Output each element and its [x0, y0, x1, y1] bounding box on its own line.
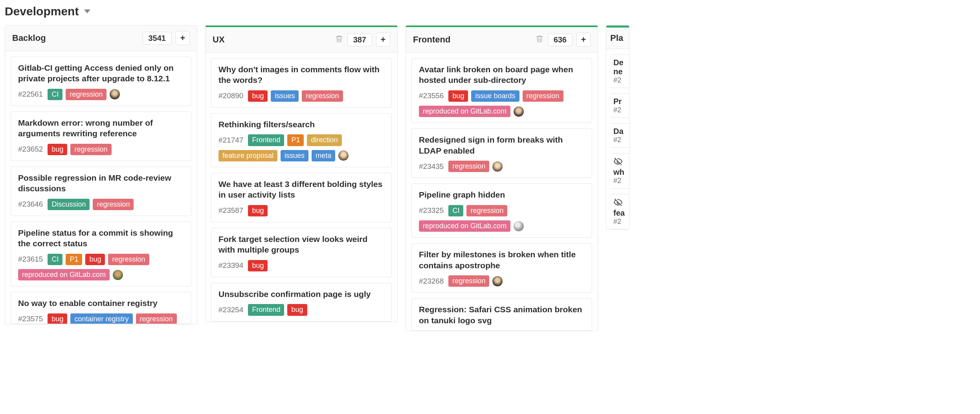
add-card-button[interactable]: + [176, 31, 190, 45]
issue-title: ne [613, 67, 629, 76]
issue-title: Redesigned sign in form breaks with LDAP… [419, 134, 585, 156]
issue-label[interactable]: bug [48, 313, 67, 324]
issue-card[interactable]: Why don't images in comments flow with t… [211, 58, 392, 108]
issue-card[interactable]: fea#2 [610, 194, 629, 229]
add-card-button[interactable]: + [576, 33, 591, 47]
issue-meta: #23587bug [218, 205, 384, 216]
issue-id: #23615 [18, 255, 43, 264]
issue-card[interactable]: Filter by milestones is broken when titl… [411, 243, 592, 293]
issue-label[interactable]: issue boards [471, 90, 519, 102]
issue-label[interactable]: regression [466, 205, 507, 216]
assignee-avatar[interactable] [492, 276, 503, 286]
issue-meta: #23394bug [218, 260, 384, 271]
issue-label[interactable]: bug [287, 304, 307, 315]
issue-label[interactable]: regression [448, 275, 489, 287]
issue-label[interactable]: bug [85, 254, 105, 265]
issue-label[interactable]: regression [523, 90, 563, 102]
board-title[interactable]: Development [5, 5, 79, 18]
issue-label[interactable]: regression [70, 144, 111, 155]
assignee-avatar[interactable] [492, 161, 503, 172]
issue-label[interactable]: bug [248, 90, 268, 102]
issue-id: #21747 [218, 136, 243, 145]
issue-label[interactable]: CI [48, 254, 62, 265]
issue-label[interactable]: regression [136, 313, 177, 324]
column-count: 636 [548, 33, 573, 46]
issue-title: Fork target selection view looks weird w… [218, 234, 384, 255]
issue-meta: #23615CIP1bugregressionreproduced on Git… [18, 254, 184, 281]
issue-card[interactable]: Rethinking filters/search#21747FrontendP… [211, 113, 392, 167]
assignee-avatar[interactable] [338, 150, 349, 161]
issue-card[interactable]: Pr#2 [610, 93, 629, 118]
column-title: UX [213, 35, 331, 45]
issue-label[interactable]: bug [48, 144, 67, 155]
issue-id: #23325 [419, 206, 444, 215]
issue-id: #23268 [419, 277, 444, 286]
board-column: Frontend636+Avatar link broken on board … [406, 25, 598, 331]
issue-label[interactable]: regression [66, 89, 106, 100]
issue-label[interactable]: CI [48, 89, 62, 100]
issue-label[interactable]: bug [248, 260, 268, 271]
issue-id: #23556 [419, 92, 444, 100]
issue-card[interactable]: Markdown error: wrong number of argument… [11, 112, 191, 161]
issue-title: Regression: Safari CSS animation broken … [419, 304, 585, 326]
issue-meta: #23268regression [419, 275, 585, 287]
issue-label[interactable]: P1 [287, 134, 304, 146]
issue-title: Unsubscribe confirmation page is ugly [218, 289, 384, 299]
issue-card[interactable]: Dene#2 [610, 55, 629, 88]
issue-id: #22561 [18, 90, 43, 99]
issue-title: Avatar link broken on board page when ho… [419, 64, 585, 86]
delete-column-icon[interactable] [335, 35, 343, 45]
issue-card[interactable]: Fork target selection view looks weird w… [211, 228, 392, 277]
issue-label[interactable]: regression [448, 161, 489, 172]
issue-label[interactable]: issues [281, 150, 308, 161]
issue-card[interactable]: wh#2 [610, 153, 629, 189]
issue-card[interactable]: We have at least 3 different bolding sty… [211, 173, 392, 222]
issue-label[interactable]: bug [448, 90, 468, 102]
delete-column-icon[interactable] [535, 35, 544, 45]
issue-card[interactable]: Redesigned sign in form breaks with LDAP… [411, 128, 592, 178]
assignee-avatar[interactable] [110, 89, 120, 99]
board-dropdown-caret-icon[interactable] [84, 9, 90, 13]
issue-id: #2 [613, 218, 629, 226]
issue-card[interactable]: Pipeline status for a commit is showing … [11, 222, 191, 286]
issue-id: #2 [613, 136, 629, 144]
issue-label[interactable]: reproduced on GitLab.com [419, 220, 510, 232]
issue-meta: #22561CIregression [18, 89, 184, 100]
issue-label[interactable]: regression [108, 254, 149, 265]
issue-label[interactable]: Frontend [248, 134, 284, 146]
issue-card[interactable]: No way to enable container registry#2357… [11, 292, 191, 324]
assignee-avatar[interactable] [514, 106, 524, 117]
issue-card[interactable]: Pipeline graph hidden#23325CIregressionr… [411, 183, 592, 238]
issue-label[interactable]: Discussion [48, 199, 90, 210]
issue-title: Markdown error: wrong number of argument… [18, 117, 184, 139]
issue-label[interactable]: bug [248, 205, 268, 216]
issue-title: Filter by milestones is broken when titl… [419, 249, 585, 271]
assignee-avatar[interactable] [514, 221, 524, 231]
issue-label[interactable]: reproduced on GitLab.com [18, 269, 110, 280]
issue-label[interactable]: regression [302, 90, 343, 102]
add-card-button[interactable]: + [376, 33, 390, 47]
issue-card[interactable]: Avatar link broken on board page when ho… [411, 58, 592, 123]
issue-label[interactable]: Frontend [248, 304, 284, 315]
issue-title: De [613, 58, 629, 67]
issue-label[interactable]: reproduced on GitLab.com [419, 106, 510, 117]
issue-label[interactable]: P1 [66, 254, 82, 265]
issue-label[interactable]: regression [93, 199, 134, 210]
assignee-avatar[interactable] [113, 270, 123, 280]
issue-card[interactable]: Unsubscribe confirmation page is ugly#23… [211, 283, 392, 322]
issue-title: wh [613, 168, 629, 177]
issue-card[interactable]: Da#2 [610, 123, 629, 148]
issue-label[interactable]: meta [312, 150, 335, 161]
issue-title: fea [613, 209, 629, 218]
issue-label[interactable]: feature proposal [218, 150, 277, 161]
issue-label[interactable]: direction [307, 134, 341, 146]
issue-label[interactable]: container registry [70, 313, 132, 324]
column-title: Frontend [413, 35, 531, 45]
issue-title: We have at least 3 different bolding sty… [218, 179, 384, 200]
issue-label[interactable]: issues [271, 90, 299, 102]
issue-label[interactable]: CI [448, 205, 463, 216]
issue-card[interactable]: Possible regression in MR code-review di… [11, 167, 191, 216]
issue-card[interactable]: Regression: Safari CSS animation broken … [411, 298, 592, 331]
issue-card[interactable]: Gitlab-CI getting Access denied only on … [11, 57, 191, 106]
issue-title: No way to enable container registry [18, 298, 184, 308]
